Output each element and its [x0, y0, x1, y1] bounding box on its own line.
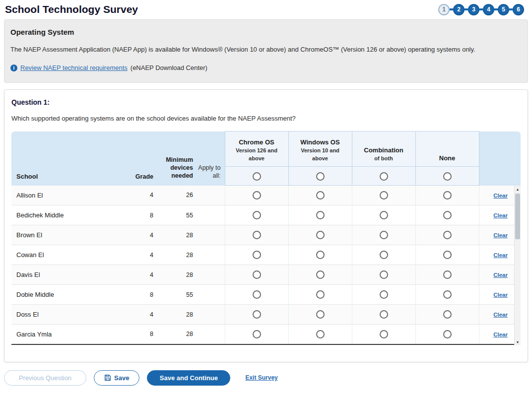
apply-all-cell-windows-os: [288, 167, 352, 186]
option-subtitle-combination: of both: [374, 155, 393, 163]
radio-chrome-os[interactable]: [253, 231, 261, 239]
school-cell: Bedichek Middle: [11, 205, 131, 225]
clear-link[interactable]: Clear: [493, 332, 508, 337]
spacer-cell: [195, 205, 225, 225]
clear-link[interactable]: Clear: [493, 272, 508, 278]
radio-windows-os[interactable]: [316, 191, 325, 200]
cell-windows-os: [288, 245, 352, 265]
table-header: School Grade Minimum devices needed Appl…: [11, 132, 521, 186]
devices-cell: 55: [155, 205, 195, 225]
top-bar: School Technology Survey 1 2 3 4 5 6: [0, 0, 532, 18]
step-5[interactable]: 5: [498, 4, 509, 15]
info-icon: i: [10, 65, 17, 71]
radio-none[interactable]: [443, 310, 452, 319]
apply-all-radio-combination[interactable]: [380, 172, 388, 181]
devices-cell: 28: [155, 325, 195, 344]
step-2[interactable]: 2: [453, 4, 465, 15]
previous-question-button[interactable]: Previous Question: [4, 370, 86, 386]
scroll-up-button[interactable]: ▲: [515, 186, 521, 193]
radio-combination[interactable]: [380, 330, 388, 338]
step-3[interactable]: 3: [468, 4, 479, 15]
radio-chrome-os[interactable]: [253, 191, 261, 200]
radio-chrome-os[interactable]: [253, 330, 261, 338]
survey-table-wrap: School Grade Minimum devices needed Appl…: [11, 131, 521, 345]
link-suffix: (eNAEP Download Center): [131, 64, 207, 71]
save-button[interactable]: Save: [94, 370, 139, 386]
radio-windows-os[interactable]: [316, 251, 325, 259]
clear-link[interactable]: Clear: [493, 252, 508, 258]
apply-all-cell-none: [415, 167, 479, 186]
spacer-cell: [195, 245, 225, 265]
cell-chrome-os: [225, 325, 288, 344]
radio-combination[interactable]: [380, 290, 388, 299]
question-label: Question 1:: [11, 98, 521, 106]
step-connector: [465, 8, 468, 10]
radio-combination[interactable]: [380, 191, 388, 200]
step-4[interactable]: 4: [483, 4, 494, 15]
grade-cell: 4: [131, 245, 155, 265]
radio-windows-os[interactable]: [316, 310, 325, 319]
option-title-none: None: [439, 154, 456, 162]
radio-none[interactable]: [443, 290, 452, 299]
scroll-down-button[interactable]: ▼: [515, 338, 521, 345]
apply-all-cell-chrome-os: [225, 167, 288, 186]
radio-combination[interactable]: [380, 251, 388, 259]
column-header-combination: Combination of both: [352, 132, 415, 167]
apply-all-radio-windows-os[interactable]: [316, 172, 325, 181]
step-connector: [450, 8, 453, 10]
apply-all-radio-none[interactable]: [443, 172, 452, 181]
cell-windows-os: [288, 265, 352, 285]
radio-windows-os[interactable]: [316, 330, 325, 338]
table-row: Allison El 4 26 Clear: [11, 186, 521, 205]
radio-none[interactable]: [443, 191, 452, 200]
radio-windows-os[interactable]: [316, 231, 325, 239]
clear-link[interactable]: Clear: [493, 212, 508, 218]
clear-link[interactable]: Clear: [493, 232, 508, 238]
radio-windows-os[interactable]: [316, 290, 325, 299]
option-title-combination: Combination: [364, 146, 403, 154]
cell-none: [415, 285, 479, 305]
cell-chrome-os: [225, 205, 288, 225]
radio-combination[interactable]: [380, 211, 388, 219]
option-title-chrome-os: Chrome OS: [239, 138, 274, 146]
radio-none[interactable]: [443, 211, 452, 219]
cell-combination: [352, 305, 415, 325]
radio-chrome-os[interactable]: [253, 290, 261, 299]
scrollbar-thumb[interactable]: [515, 194, 520, 239]
table-scrollbar[interactable]: ▲ ▼: [514, 186, 521, 345]
step-6[interactable]: 6: [513, 4, 524, 15]
school-cell: Doss El: [11, 305, 131, 325]
radio-combination[interactable]: [380, 310, 388, 319]
radio-windows-os[interactable]: [316, 211, 325, 219]
technical-requirements-link[interactable]: Review NAEP technical requirements: [20, 64, 128, 71]
radio-chrome-os[interactable]: [253, 251, 261, 259]
save-and-continue-button[interactable]: Save and Continue: [147, 370, 230, 386]
radio-chrome-os[interactable]: [253, 310, 261, 319]
cell-none: [415, 205, 479, 225]
scrollbar-track[interactable]: [515, 193, 521, 338]
exit-survey-link[interactable]: Exit Survey: [245, 374, 277, 381]
radio-none[interactable]: [443, 330, 452, 338]
apply-all-radio-chrome-os[interactable]: [253, 172, 261, 181]
apply-all-cell-combination: [352, 167, 415, 186]
footer-actions: Previous Question Save Save and Continue…: [4, 370, 528, 386]
radio-windows-os[interactable]: [316, 270, 325, 279]
table-row: Brown El 4 28 Clear: [11, 225, 521, 245]
cell-windows-os: [288, 305, 352, 325]
radio-none[interactable]: [443, 231, 452, 239]
spacer-cell: [195, 225, 225, 245]
clear-link[interactable]: Clear: [493, 312, 508, 318]
radio-none[interactable]: [443, 270, 452, 279]
cell-none: [415, 225, 479, 245]
clear-link[interactable]: Clear: [493, 292, 508, 298]
radio-chrome-os[interactable]: [253, 211, 261, 219]
radio-chrome-os[interactable]: [253, 270, 261, 279]
grade-cell: 8: [131, 205, 155, 225]
step-1[interactable]: 1: [438, 4, 450, 15]
clear-link[interactable]: Clear: [493, 193, 508, 199]
step-connector: [494, 8, 498, 10]
cell-chrome-os: [225, 285, 288, 305]
radio-none[interactable]: [443, 251, 452, 259]
radio-combination[interactable]: [380, 231, 388, 239]
radio-combination[interactable]: [380, 270, 388, 279]
